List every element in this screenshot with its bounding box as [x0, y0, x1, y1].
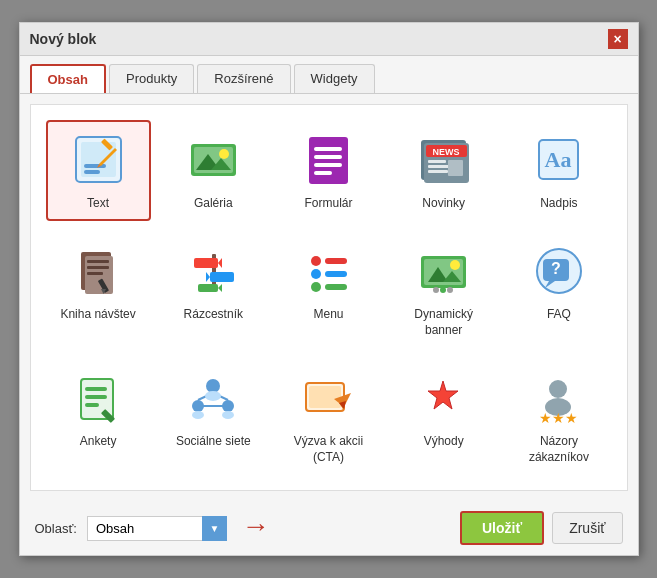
svg-point-11: [219, 149, 229, 159]
svg-point-71: [192, 411, 204, 419]
formular-icon: [298, 130, 358, 190]
cancel-button[interactable]: Zrušiť: [552, 512, 622, 544]
svg-text:NEWS: NEWS: [433, 147, 460, 157]
svg-rect-3: [84, 170, 100, 174]
vyhody-icon: [414, 368, 474, 428]
icon-item-vyzva[interactable]: Výzva k akcii (CTA): [276, 358, 381, 475]
save-button[interactable]: Uložiť: [460, 511, 544, 545]
svg-rect-37: [210, 272, 234, 282]
footer-actions: Uložiť Zrušiť: [460, 511, 623, 545]
icon-label-nazory: Názory zákazníkov: [512, 434, 605, 465]
svg-rect-15: [314, 163, 342, 167]
icon-item-novinky[interactable]: NEWS Novinky: [391, 120, 496, 222]
tab-widgety[interactable]: Widgety: [294, 64, 375, 93]
svg-rect-2: [84, 164, 106, 168]
icon-item-faq[interactable]: ? FAQ: [506, 231, 611, 348]
nadpis-icon: Aa: [529, 130, 589, 190]
oblast-select[interactable]: Obsah Hlavička Päta: [87, 516, 227, 541]
svg-rect-44: [325, 271, 347, 277]
icon-item-text[interactable]: Text: [46, 120, 151, 222]
icon-item-nadpis[interactable]: Aa Nadpis: [506, 120, 611, 222]
icon-item-ankety[interactable]: Ankety: [46, 358, 151, 475]
svg-text:?: ?: [552, 260, 562, 277]
svg-point-64: [206, 379, 220, 393]
icon-item-dynamicky[interactable]: Dynamický banner: [391, 231, 496, 348]
oblast-select-wrapper[interactable]: Obsah Hlavička Päta: [87, 516, 227, 541]
svg-rect-74: [309, 386, 341, 408]
icon-item-socialne[interactable]: Sociálne siete: [161, 358, 266, 475]
svg-rect-13: [314, 147, 342, 151]
arrow-indicator: ←: [242, 512, 270, 544]
tab-produkty[interactable]: Produkty: [109, 64, 194, 93]
icon-item-vyhody[interactable]: Výhody: [391, 358, 496, 475]
icon-label-nadpis: Nadpis: [540, 196, 577, 212]
tab-obsah[interactable]: Obsah: [30, 64, 106, 93]
close-button[interactable]: ×: [608, 29, 628, 49]
tab-rozsirene[interactable]: Rozšírené: [197, 64, 290, 93]
svg-rect-14: [314, 155, 342, 159]
oblast-label: Oblasť:: [35, 521, 77, 536]
icon-label-formular: Formulár: [304, 196, 352, 212]
svg-marker-36: [218, 258, 222, 268]
socialne-icon: [183, 368, 243, 428]
novinky-icon: NEWS: [414, 130, 474, 190]
svg-point-72: [222, 411, 234, 419]
svg-marker-77: [428, 381, 458, 409]
svg-point-52: [433, 287, 439, 293]
razcestnik-icon: [183, 241, 243, 301]
menu-icon: [298, 241, 358, 301]
svg-text:Aa: Aa: [545, 147, 572, 172]
svg-point-78: [549, 380, 567, 398]
svg-rect-29: [87, 260, 109, 263]
svg-point-51: [450, 260, 460, 270]
svg-rect-60: [85, 387, 107, 391]
icon-item-menu[interactable]: Menu: [276, 231, 381, 348]
svg-point-70: [205, 391, 221, 401]
dialog-header: Nový blok ×: [20, 23, 638, 56]
icon-item-galeria[interactable]: Galéria: [161, 120, 266, 222]
text-icon: [68, 130, 128, 190]
svg-rect-46: [325, 284, 347, 290]
galeria-icon: [183, 130, 243, 190]
svg-point-45: [311, 282, 321, 292]
icon-label-dynamicky: Dynamický banner: [397, 307, 490, 338]
icon-grid: Text Galéria: [46, 120, 612, 476]
icon-label-text: Text: [87, 196, 109, 212]
dialog: Nový blok × Obsah Produkty Rozšírené Wid…: [19, 22, 639, 557]
dialog-title: Nový blok: [30, 31, 97, 47]
dynamicky-icon: [414, 241, 474, 301]
svg-rect-61: [85, 395, 107, 399]
svg-text:★★★: ★★★: [539, 410, 578, 426]
svg-rect-42: [325, 258, 347, 264]
svg-rect-21: [428, 160, 446, 163]
icon-label-razcestnik: Rázcestník: [184, 307, 243, 323]
icon-item-kniha[interactable]: Kniha návštev: [46, 231, 151, 348]
svg-point-41: [311, 256, 321, 266]
svg-rect-31: [87, 272, 103, 275]
svg-marker-38: [206, 272, 210, 282]
svg-rect-23: [428, 170, 448, 173]
nazory-icon: ★★★: [529, 368, 589, 428]
icon-label-socialne: Sociálne siete: [176, 434, 251, 450]
svg-rect-35: [194, 258, 218, 268]
icon-item-razcestnik[interactable]: Rázcestník: [161, 231, 266, 348]
ankety-icon: [68, 368, 128, 428]
content-area: Text Galéria: [30, 104, 628, 492]
kniha-icon: [68, 241, 128, 301]
svg-rect-30: [87, 266, 109, 269]
vyzva-icon: [298, 368, 358, 428]
svg-rect-39: [198, 284, 218, 292]
icon-label-vyzva: Výzva k akcii (CTA): [282, 434, 375, 465]
svg-point-54: [447, 287, 453, 293]
icon-label-ankety: Ankety: [80, 434, 117, 450]
icon-item-nazory[interactable]: ★★★ Názory zákazníkov: [506, 358, 611, 475]
icon-label-faq: FAQ: [547, 307, 571, 323]
icon-item-formular[interactable]: Formulár: [276, 120, 381, 222]
icon-label-menu: Menu: [313, 307, 343, 323]
svg-rect-62: [85, 403, 99, 407]
footer: Oblasť: Obsah Hlavička Päta ← Uložiť Zru…: [20, 501, 638, 555]
svg-rect-12: [309, 137, 348, 184]
tabs-bar: Obsah Produkty Rozšírené Widgety: [20, 56, 638, 94]
svg-rect-16: [314, 171, 332, 175]
svg-marker-40: [218, 284, 222, 292]
